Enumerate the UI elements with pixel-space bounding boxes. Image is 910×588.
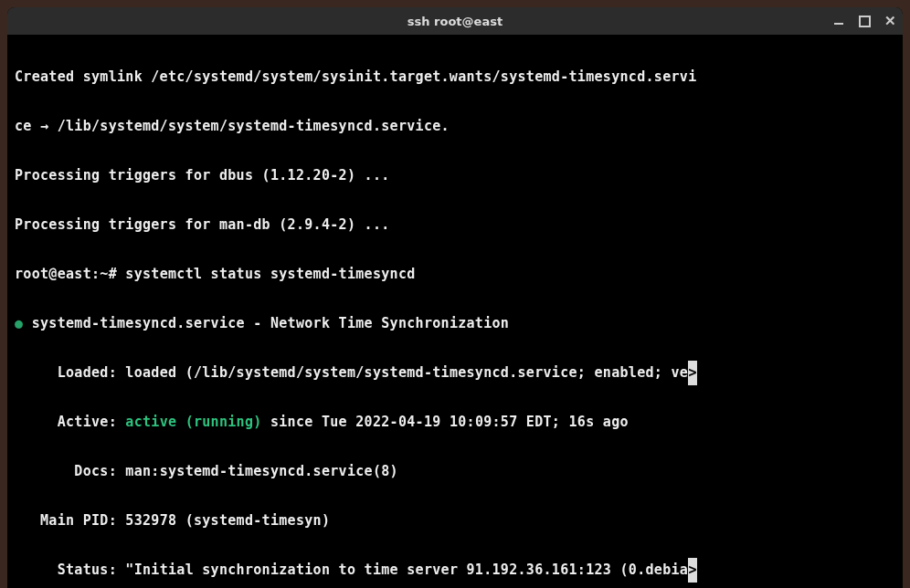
service-title: systemd-timesyncd.service - Network Time… [23, 315, 509, 331]
status-docs: Docs: man:systemd-timesyncd.service(8) [15, 459, 895, 484]
status-dot-icon: ● [15, 315, 23, 331]
field-label: Active: [15, 414, 125, 430]
status-status: Status: "Initial synchronization to time… [15, 558, 895, 583]
field-value: "Initial synchronization to time server … [125, 562, 688, 578]
window-controls: ✕ [831, 7, 897, 35]
output-line: ce → /lib/systemd/system/systemd-timesyn… [15, 114, 895, 139]
output-line: Created symlink /etc/systemd/system/sysi… [15, 65, 895, 89]
titlebar[interactable]: ssh root@east ✕ [7, 7, 903, 35]
maximize-button[interactable] [857, 14, 872, 28]
output-line: Processing triggers for man-db (2.9.4-2)… [15, 213, 895, 237]
status-mainpid: Main PID: 532978 (systemd-timesyn) [15, 509, 895, 533]
output-line: Processing triggers for dbus (1.12.20-2)… [15, 163, 895, 188]
close-button[interactable]: ✕ [883, 14, 897, 28]
field-label: Main PID: [15, 512, 125, 529]
terminal-window: ssh root@east ✕ Created symlink /etc/sys… [7, 7, 903, 588]
active-state: active (running) [125, 414, 261, 430]
field-label: Loaded: [15, 364, 125, 381]
field-label: Status: [15, 562, 125, 578]
field-value: 532978 (systemd-timesyn) [125, 512, 330, 529]
command-text: systemctl status systemd-timesyncd [125, 266, 415, 282]
prompt-line: root@east:~# systemctl status systemd-ti… [15, 262, 895, 287]
status-active: Active: active (running) since Tue 2022-… [15, 410, 895, 435]
line-overflow-icon: > [688, 361, 697, 385]
field-value: man:systemd-timesyncd.service(8) [125, 463, 398, 479]
field-value: loaded (/lib/systemd/system/systemd-time… [125, 364, 688, 381]
terminal-body[interactable]: Created symlink /etc/systemd/system/sysi… [7, 35, 903, 588]
line-overflow-icon: > [688, 558, 697, 583]
window-title: ssh root@east [407, 15, 503, 28]
active-since: since Tue 2022-04-19 10:09:57 EDT; 16s a… [262, 414, 629, 430]
shell-prompt: root@east:~# [15, 266, 125, 282]
status-header: ● systemd-timesyncd.service - Network Ti… [15, 311, 895, 336]
field-label: Docs: [15, 463, 125, 479]
status-loaded: Loaded: loaded (/lib/systemd/system/syst… [15, 361, 895, 385]
minimize-button[interactable] [831, 14, 846, 28]
